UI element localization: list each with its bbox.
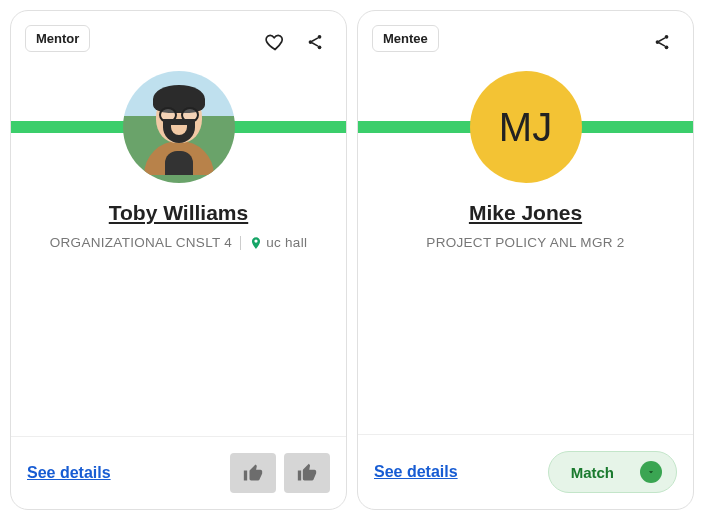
job-title: PROJECT POLICY ANL MGR 2	[426, 235, 624, 250]
person-name[interactable]: Toby Williams	[25, 201, 332, 225]
card-actions	[645, 25, 679, 59]
see-details-link[interactable]: See details	[374, 463, 458, 481]
person-subtitle: ORGANIZATIONAL CNSLT 4 uc hall	[25, 235, 332, 250]
thumbs-down-button[interactable]	[230, 453, 276, 493]
svg-point-2	[318, 45, 322, 49]
svg-point-3	[665, 35, 669, 39]
card-footer: See details Match	[358, 434, 693, 509]
match-button[interactable]: Match	[548, 451, 677, 493]
role-badge: Mentee	[372, 25, 439, 52]
share-button[interactable]	[645, 25, 679, 59]
person-name[interactable]: Mike Jones	[372, 201, 679, 225]
svg-point-0	[318, 35, 322, 39]
avatar[interactable]	[123, 71, 235, 183]
avatar-initials: MJ	[499, 105, 552, 150]
card-actions	[258, 25, 332, 59]
divider	[240, 236, 241, 250]
svg-point-5	[665, 45, 669, 49]
job-title: ORGANIZATIONAL CNSLT 4	[50, 235, 232, 250]
share-icon	[653, 33, 671, 51]
card-header: Mentee MJ Mike Jones PROJECT POLICY ANL …	[358, 11, 693, 250]
favorite-button[interactable]	[258, 25, 292, 59]
chevron-down-icon	[640, 461, 662, 483]
role-badge: Mentor	[25, 25, 90, 52]
avatar-illustration	[142, 85, 216, 175]
match-label: Match	[571, 464, 614, 481]
location: uc hall	[249, 235, 307, 250]
heart-icon	[265, 32, 285, 52]
location-pin-icon	[249, 236, 263, 250]
card-header: Mentor	[11, 11, 346, 250]
card-footer: See details	[11, 436, 346, 509]
location-text: uc hall	[266, 235, 307, 250]
thumbs-up-button[interactable]	[284, 453, 330, 493]
see-details-link[interactable]: See details	[27, 464, 111, 482]
share-icon	[306, 33, 324, 51]
thumbs-up-icon	[297, 463, 317, 483]
mentor-card: Mentor	[10, 10, 347, 510]
mentee-card: Mentee MJ Mike Jones PROJECT POLICY ANL …	[357, 10, 694, 510]
thumbs-down-icon	[243, 463, 263, 483]
share-button[interactable]	[298, 25, 332, 59]
person-subtitle: PROJECT POLICY ANL MGR 2	[372, 235, 679, 250]
avatar[interactable]: MJ	[470, 71, 582, 183]
